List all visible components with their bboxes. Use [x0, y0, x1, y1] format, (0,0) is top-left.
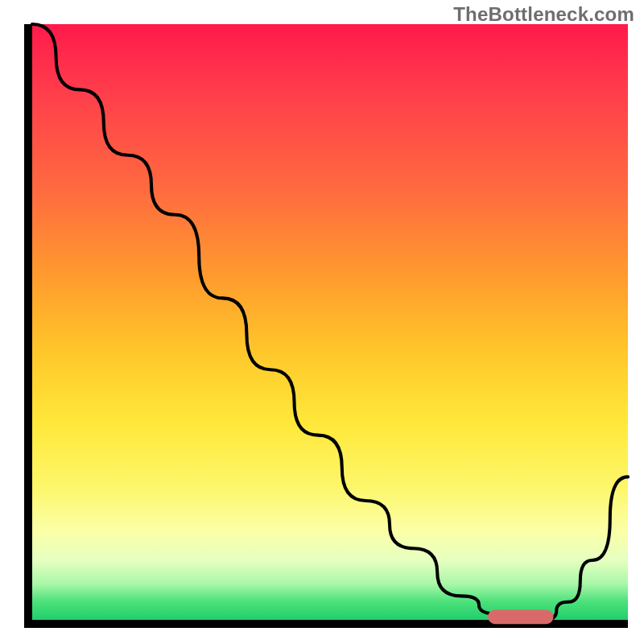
chart-container: TheBottleneck.com — [0, 0, 644, 644]
watermark-text: TheBottleneck.com — [453, 3, 634, 26]
plot-area — [24, 24, 628, 628]
optimum-marker — [491, 613, 551, 621]
bottleneck-curve-line — [32, 24, 628, 620]
chart-svg — [32, 24, 628, 620]
